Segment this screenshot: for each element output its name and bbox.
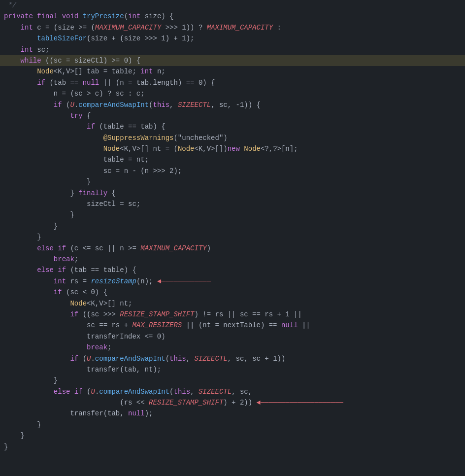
- code-line-33: transfer(tab, nt);: [0, 364, 465, 375]
- code-line-17: } finally {: [0, 188, 465, 199]
- code-line-13: Node<K,V>[] nt = (Node<K,V>[])new Node<?…: [0, 143, 465, 154]
- code-line-35: else if (U.compareAndSwapInt(this, SIZEE…: [0, 386, 465, 397]
- code-line-37: transfer(tab, null);: [0, 408, 465, 419]
- code-line-2: int c = (size >= (MAXIMUM_CAPACITY >>> 1…: [0, 22, 465, 33]
- code-line-3: tableSizeFor(size + (size >>> 1) + 1);: [0, 33, 465, 44]
- code-line-25: int rs = resizeStamp(n); ◄────────────: [0, 276, 465, 287]
- code-line-19: }: [0, 209, 465, 220]
- code-line-31: break;: [0, 342, 465, 353]
- code-editor: */ private final void tryPresize(int siz…: [0, 0, 465, 452]
- code-line-6: Node<K,V>[] tab = table; int n;: [0, 66, 465, 77]
- code-line-12: @SuppressWarnings("unchecked"): [0, 133, 465, 143]
- code-line-14: table = nt;: [0, 154, 465, 165]
- code-line-20: }: [0, 221, 465, 232]
- code-line-4: int sc;: [0, 44, 465, 55]
- code-line-24: else if (tab == table) {: [0, 265, 465, 275]
- code-line-7: if (tab == null || (n = tab.length) == 0…: [0, 77, 465, 88]
- code-line-38: }: [0, 419, 465, 430]
- code-line-0: */: [0, 0, 465, 11]
- code-line-11: if (table == tab) {: [0, 121, 465, 132]
- code-line-27: Node<K,V>[] nt;: [0, 298, 465, 309]
- code-line-29: sc == rs + MAX_RESIZERS || (nt = nextTab…: [0, 320, 465, 331]
- code-line-10: try {: [0, 110, 465, 121]
- code-line-39: }: [0, 430, 465, 441]
- code-line-1: private final void tryPresize(int size) …: [0, 11, 465, 22]
- code-line-5: while ((sc = sizeCtl) >= 0) {: [0, 55, 465, 66]
- code-line-22: else if (c <= sc || n >= MAXIMUM_CAPACIT…: [0, 243, 465, 254]
- code-line-18: sizeCtl = sc;: [0, 199, 465, 209]
- code-line-36: (rs << RESIZE_STAMP_SHIFT) + 2)) ◄──────…: [0, 397, 465, 408]
- code-line-34: }: [0, 375, 465, 386]
- code-line-28: if ((sc >>> RESIZE_STAMP_SHIFT) != rs ||…: [0, 309, 465, 320]
- code-line-16: }: [0, 176, 465, 187]
- code-line-15: sc = n - (n >>> 2);: [0, 166, 465, 176]
- code-line-40: }: [0, 442, 465, 452]
- code-line-8: n = (sc > c) ? sc : c;: [0, 88, 465, 99]
- code-line-26: if (sc < 0) {: [0, 287, 465, 298]
- code-line-32: if (U.compareAndSwapInt(this, SIZEECTL, …: [0, 353, 465, 364]
- code-line-30: transferIndex <= 0): [0, 331, 465, 342]
- code-line-23: break;: [0, 254, 465, 265]
- code-line-9: if (U.compareAndSwapInt(this, SIZEECTL, …: [0, 100, 465, 110]
- code-line-21: }: [0, 232, 465, 242]
